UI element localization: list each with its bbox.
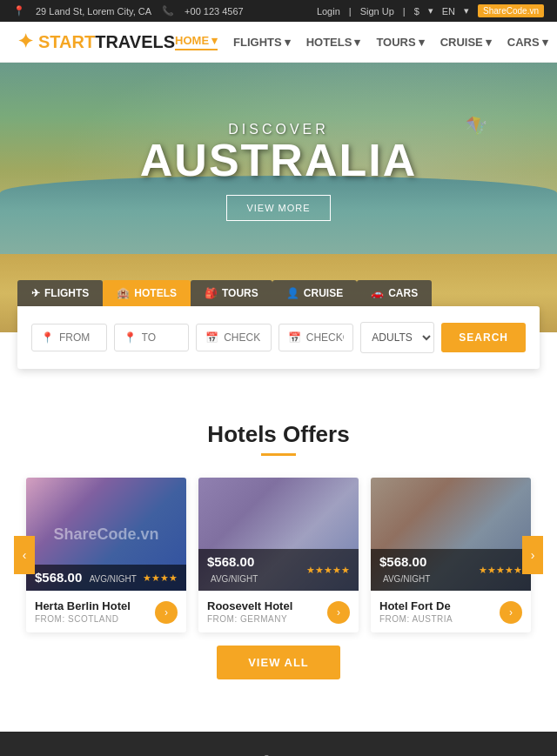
chevron-down-icon: ▾ xyxy=(419,36,425,49)
search-tabs: ✈ FLIGHTS 🏨 HOTELS 🎒 TOURS 👤 CRUISE 🚗 CA… xyxy=(17,280,540,306)
checkin-field[interactable]: 📅 xyxy=(196,324,272,351)
logo-text: STARTTRAVELS xyxy=(38,32,175,52)
nav-home[interactable]: HOME ▾ xyxy=(175,34,218,50)
hotel-info-3: Hotel Fort De FROM: AUSTRIA › xyxy=(371,591,531,632)
tours-tab-label: TOURS xyxy=(222,287,258,299)
bird-decoration: 🪁 xyxy=(466,115,487,136)
hotel-image-3: $568.00 AVG/NIGHT ★★★★★ xyxy=(371,478,531,591)
hotel-card-1: ShareCode.vn $568.00 AVG/NIGHT ★★★★ Hert… xyxy=(26,478,186,632)
language-selector[interactable]: EN xyxy=(442,6,455,17)
chevron-down-icon: ▾ xyxy=(354,36,360,49)
hotel-arrow-1[interactable]: › xyxy=(155,601,178,624)
hotel-from-1: FROM: SCOTLAND xyxy=(35,614,131,624)
hotel-stars-1: ★★★★ xyxy=(143,572,178,584)
chevron-down-icon: ▾ xyxy=(486,36,492,49)
view-all-button[interactable]: VIEW ALL xyxy=(217,646,340,679)
header: ✦ STARTTRAVELS HOME ▾ FLIGHTS ▾ HOTELS ▾… xyxy=(0,22,557,63)
calendar-checkout-icon: 📅 xyxy=(288,331,301,344)
main-nav: HOME ▾ FLIGHTS ▾ HOTELS ▾ TOURS ▾ CRUISE… xyxy=(175,34,557,50)
hotel-name-3: Hotel Fort De xyxy=(379,599,453,612)
logo[interactable]: ✦ STARTTRAVELS xyxy=(17,30,175,53)
hotels-tab-label: HOTELS xyxy=(134,287,177,299)
cars-tab-icon: 🚗 xyxy=(371,287,384,299)
hotel-from-2: FROM: GERMANY xyxy=(207,614,292,624)
to-field[interactable]: 📍 xyxy=(114,324,190,351)
footer: Copyright © ShareCode.vn $ 🔒 👍 ≡ xyxy=(0,732,557,756)
hotels-section: Hotels Offers ‹ ShareCode.vn $568.00 AVG… xyxy=(0,404,557,732)
chevron-down-icon: ▾ xyxy=(211,34,218,47)
hotel-from-3: FROM: AUSTRIA xyxy=(379,614,453,624)
hotel-price-2: $568.00 AVG/NIGHT xyxy=(207,554,306,585)
login-link[interactable]: Login xyxy=(317,6,340,17)
chevron-down-icon: ▾ xyxy=(285,36,291,49)
from-input[interactable] xyxy=(59,331,97,344)
address-text: 29 Land St, Lorem City, CA xyxy=(36,6,151,17)
logo-star-icon: ✦ xyxy=(17,30,33,53)
tab-cruise[interactable]: 👤 CRUISE xyxy=(272,280,357,306)
top-bar-right: Login | Sign Up | $ ▾ EN ▾ ShareCode.vn xyxy=(317,4,544,17)
checkout-input[interactable] xyxy=(306,331,345,344)
address-icon: 📍 xyxy=(13,5,25,17)
prev-button[interactable]: ‹ xyxy=(14,536,35,574)
from-field[interactable]: 📍 xyxy=(31,324,107,351)
hotel-image-2: $568.00 AVG/NIGHT ★★★★★ xyxy=(198,478,359,591)
phone-text: +00 123 4567 xyxy=(185,6,244,17)
section-underline xyxy=(261,453,296,456)
search-button[interactable]: SEARCH xyxy=(441,323,526,352)
hotels-tab-icon: 🏨 xyxy=(117,287,130,299)
search-box: 📍 📍 📅 📅 ADULTS 1 2 3 SEARCH xyxy=(17,306,540,369)
sharecode-badge: ShareCode.vn xyxy=(478,4,544,17)
cars-tab-label: CARS xyxy=(388,287,418,299)
checkin-input[interactable] xyxy=(224,331,262,344)
currency-selector[interactable]: $ xyxy=(414,6,419,17)
top-bar: 📍 29 Land St, Lorem City, CA 📞 +00 123 4… xyxy=(0,0,557,22)
tab-cars[interactable]: 🚗 CARS xyxy=(357,280,432,306)
flights-tab-icon: ✈ xyxy=(31,287,40,299)
tab-hotels[interactable]: 🏨 HOTELS xyxy=(103,280,191,306)
next-button[interactable]: › xyxy=(522,536,543,574)
nav-hotels[interactable]: HOTELS ▾ xyxy=(306,36,361,49)
hotel-stars-3: ★★★★★ xyxy=(479,565,522,576)
adults-select[interactable]: ADULTS 1 2 3 xyxy=(360,322,434,353)
phone-icon: 📞 xyxy=(162,5,174,17)
to-input[interactable] xyxy=(142,331,180,344)
hero-destination-text: AUSTRALIA xyxy=(140,137,417,183)
view-all-container: VIEW ALL xyxy=(26,632,531,706)
top-bar-left: 📍 29 Land St, Lorem City, CA 📞 +00 123 4… xyxy=(13,5,244,17)
hotel-price-1: $568.00 AVG/NIGHT xyxy=(35,570,137,585)
checkout-field[interactable]: 📅 xyxy=(278,324,354,351)
hotel-price-bar-1: $568.00 AVG/NIGHT ★★★★ xyxy=(26,565,186,591)
nav-cruise[interactable]: CRUISE ▾ xyxy=(440,36,492,49)
hotel-info-1: Herta Berlin Hotel FROM: SCOTLAND › xyxy=(26,591,186,632)
hotels-section-title: Hotels Offers xyxy=(26,421,531,448)
nav-flights[interactable]: FLIGHTS ▾ xyxy=(233,36,291,49)
search-container: ✈ FLIGHTS 🏨 HOTELS 🎒 TOURS 👤 CRUISE 🚗 CA… xyxy=(17,280,540,369)
hotel-price-bar-3: $568.00 AVG/NIGHT ★★★★★ xyxy=(371,549,531,591)
hotel-info-2: Roosevelt Hotel FROM: GERMANY › xyxy=(198,591,359,632)
calendar-checkin-icon: 📅 xyxy=(205,331,218,344)
hotel-price-3: $568.00 AVG/NIGHT xyxy=(379,554,479,585)
cruise-tab-icon: 👤 xyxy=(286,287,299,299)
nav-tours[interactable]: TOURS ▾ xyxy=(376,36,424,49)
hotel-stars-2: ★★★★★ xyxy=(306,565,350,576)
tab-tours[interactable]: 🎒 TOURS xyxy=(191,280,272,306)
hotel-image-1: ShareCode.vn $568.00 AVG/NIGHT ★★★★ xyxy=(26,478,186,591)
cruise-tab-label: CRUISE xyxy=(304,287,343,299)
hotel-card-3: $568.00 AVG/NIGHT ★★★★★ Hotel Fort De FR… xyxy=(371,478,531,632)
hotels-grid: ‹ ShareCode.vn $568.00 AVG/NIGHT ★★★★ He… xyxy=(26,478,531,632)
hotel-name-2: Roosevelt Hotel xyxy=(207,599,292,612)
hotel-price-bar-2: $568.00 AVG/NIGHT ★★★★★ xyxy=(198,549,359,591)
hotel-arrow-3[interactable]: › xyxy=(500,601,522,624)
hotel-name-1: Herta Berlin Hotel xyxy=(35,599,131,612)
hotel-card-2: $568.00 AVG/NIGHT ★★★★★ Roosevelt Hotel … xyxy=(198,478,359,632)
tab-flights[interactable]: ✈ FLIGHTS xyxy=(17,280,103,306)
location-icon: 📍 xyxy=(41,331,54,344)
nav-cars[interactable]: CARS ▾ xyxy=(507,36,548,49)
hero-content: DISCOVER AUSTRALIA VIEW MORE xyxy=(140,122,417,221)
signup-link[interactable]: Sign Up xyxy=(360,6,394,17)
flights-tab-label: FLIGHTS xyxy=(44,287,89,299)
hero-view-more-button[interactable]: VIEW MORE xyxy=(226,195,330,221)
tours-tab-icon: 🎒 xyxy=(205,287,218,299)
chevron-down-icon: ▾ xyxy=(542,36,548,49)
hotel-arrow-2[interactable]: › xyxy=(327,601,350,624)
